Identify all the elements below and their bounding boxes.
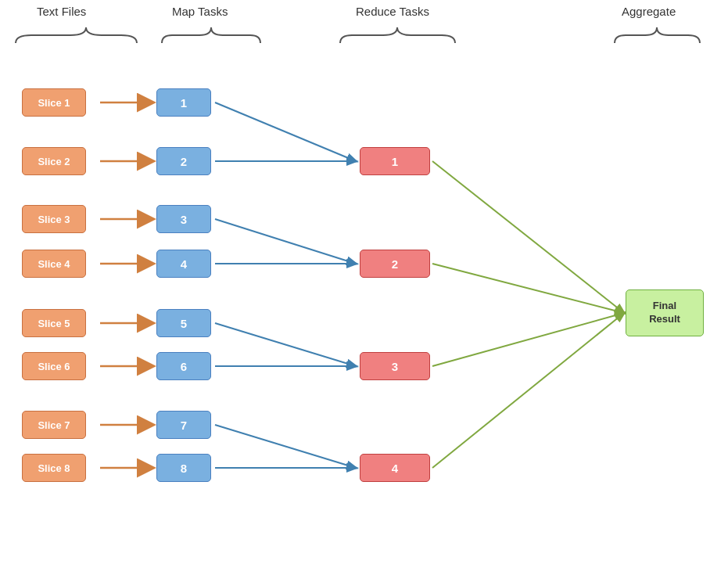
slice-box-7: Slice 7 [22, 411, 86, 439]
slice-box-6: Slice 6 [22, 352, 86, 380]
slice-box-1: Slice 1 [22, 88, 86, 117]
map-box-4: 4 [156, 250, 211, 278]
slice-box-8: Slice 8 [22, 454, 86, 482]
map-box-2: 2 [156, 147, 211, 175]
svg-line-12 [215, 323, 356, 366]
diagram-container: Text Files Map Tasks Reduce Tasks Aggreg… [0, 0, 728, 586]
reduce-box-4: 4 [360, 454, 430, 482]
map-box-3: 3 [156, 205, 211, 233]
slice-box-3: Slice 3 [22, 205, 86, 233]
aggregate-label: Aggregate [622, 5, 676, 18]
map-box-7: 7 [156, 411, 211, 439]
slice-box-5: Slice 5 [22, 309, 86, 337]
map-box-8: 8 [156, 454, 211, 482]
final-result-box: FinalResult [626, 289, 704, 336]
reduce-box-1: 1 [360, 147, 430, 175]
reduce-box-3: 3 [360, 352, 430, 380]
text-files-label: Text Files [37, 5, 86, 18]
svg-line-14 [215, 425, 356, 468]
map-box-1: 1 [156, 88, 211, 117]
reduce-tasks-label: Reduce Tasks [356, 5, 429, 18]
svg-line-18 [432, 313, 624, 366]
arrows-svg [0, 0, 728, 586]
svg-line-16 [432, 161, 624, 313]
svg-line-17 [432, 264, 624, 313]
map-tasks-label: Map Tasks [172, 5, 228, 18]
svg-line-8 [215, 102, 356, 161]
svg-line-10 [215, 219, 356, 264]
svg-line-19 [432, 313, 624, 468]
map-box-6: 6 [156, 352, 211, 380]
slice-box-4: Slice 4 [22, 250, 86, 278]
map-box-5: 5 [156, 309, 211, 337]
slice-box-2: Slice 2 [22, 147, 86, 175]
reduce-box-2: 2 [360, 250, 430, 278]
